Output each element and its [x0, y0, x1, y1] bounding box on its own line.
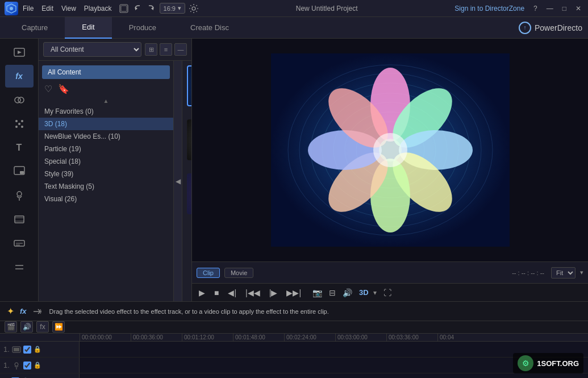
svg-point-13	[15, 126, 18, 128]
tab-produce[interactable]: Produce	[112, 17, 173, 39]
effect-abstractionism[interactable]: Abstractionism	[187, 65, 191, 115]
fit-select[interactable]: Fit	[551, 267, 576, 279]
undo-icon[interactable]	[132, 3, 143, 14]
menu-view[interactable]: View	[61, 5, 76, 13]
effect-thumb-bw	[187, 119, 191, 160]
audio-track-lock[interactable]: 🔒	[34, 362, 41, 369]
close-button[interactable]: ✕	[573, 3, 583, 14]
effect-item-5[interactable]	[187, 173, 191, 216]
list-view-btn[interactable]: ≡	[160, 43, 172, 56]
menu-edit[interactable]: Edit	[41, 5, 53, 13]
svg-point-11	[21, 120, 23, 122]
volume-btn[interactable]: 🔊	[340, 287, 355, 298]
category-newblue[interactable]: NewBlue Video Es... (10)	[39, 130, 173, 143]
ruler-mark-7: 00:04	[437, 334, 489, 341]
snapshot-btn[interactable]: 📷	[310, 287, 324, 298]
sidebar-btn-particles[interactable]	[5, 113, 34, 135]
sidebar-btn-titles[interactable]: T	[5, 136, 34, 159]
category-particle[interactable]: Particle (19)	[39, 143, 173, 155]
menu-file[interactable]: File	[23, 5, 34, 13]
view-options: ⊞ ≡ —	[145, 43, 187, 56]
more-options-btn[interactable]: —	[174, 43, 187, 56]
minimize-button[interactable]: —	[544, 3, 556, 14]
audio-track-visibility[interactable]	[23, 362, 31, 369]
collapse-panel-btn[interactable]: ◀	[173, 61, 182, 301]
video-track-visibility[interactable]	[23, 346, 31, 354]
category-style[interactable]: Style (39)	[39, 168, 173, 180]
play-btn[interactable]: ▶	[197, 287, 207, 298]
bookmark-icon: 🔖	[58, 84, 69, 94]
prev-frame-btn[interactable]: ◀|	[226, 287, 239, 298]
settings-icon[interactable]	[189, 3, 199, 14]
next-frame-btn[interactable]: |▶	[267, 287, 280, 298]
category-visual[interactable]: Visual (26)	[39, 193, 173, 205]
maximize-button[interactable]: □	[560, 3, 569, 14]
trim-btn[interactable]: |◀◀	[243, 287, 262, 298]
sidebar-btn-motion[interactable]	[5, 208, 34, 231]
brand-icon: ↑	[519, 22, 531, 34]
fx-label: fx	[15, 72, 22, 81]
video-track-lock[interactable]: 🔒	[34, 346, 41, 353]
sidebar-btn-chapter[interactable]	[5, 256, 34, 279]
ruler-mark-4: 00:02:24:00	[284, 334, 335, 341]
help-button[interactable]: ?	[531, 3, 540, 14]
menu-playback[interactable]: Playback	[84, 5, 112, 13]
fx-status-icon: fx	[20, 307, 27, 315]
content-filter-dropdown[interactable]: All Content	[43, 42, 141, 57]
sidebar-btn-fx[interactable]: fx	[5, 65, 34, 88]
audio-track-content[interactable]	[80, 358, 588, 373]
category-3d[interactable]: 3D (18)	[39, 118, 173, 130]
main-area: fx T All Content	[0, 39, 588, 301]
effect-bw[interactable]: Black and White	[187, 119, 191, 169]
tab-create-disc[interactable]: Create Disc	[173, 17, 246, 39]
time-display: -- : -- : -- : --	[512, 269, 544, 276]
sidebar-btn-pip[interactable]	[5, 160, 34, 183]
movie-mode-btn[interactable]: Movie	[224, 268, 253, 278]
clip-mode-btn[interactable]: Clip	[197, 268, 220, 278]
scroll-up-arrow[interactable]: ▲	[39, 97, 173, 105]
video-track-content[interactable]	[80, 342, 588, 357]
category-my-favorites[interactable]: My Favorites (0)	[39, 105, 173, 118]
svg-point-14	[21, 126, 23, 128]
preview-panel: Clip Movie -- : -- : -- : -- Fit ▾ ▶ ■ ◀…	[192, 39, 588, 301]
tl-speed-btn[interactable]: ⏩	[52, 321, 65, 333]
grid-view-btn[interactable]: ⊞	[145, 43, 157, 56]
heart-icon: ♡	[44, 84, 52, 94]
svg-point-105	[15, 363, 18, 366]
effect-thumb-abstractionism	[187, 65, 191, 106]
mark-in-btn[interactable]: ⊟	[327, 287, 338, 298]
watermark-icon: ⚙	[518, 355, 533, 371]
fullscreen-btn[interactable]: ⛶	[381, 287, 394, 298]
playback-controls: ▶ ■ ◀| |◀◀ |▶ ▶▶| 📷 ⊟ 🔊 3D ▾ ⛶	[192, 283, 588, 301]
fx-track-content[interactable]	[80, 373, 588, 378]
sidebar-btn-media[interactable]	[5, 41, 34, 64]
stop-btn[interactable]: ■	[212, 287, 221, 298]
redo-icon[interactable]	[146, 3, 156, 14]
sidebar-btn-audio[interactable]	[5, 184, 34, 207]
timeline-tracks: 1. 🔒 1. 🔒 fx 🔒	[0, 342, 588, 378]
tl-audio-track-btn[interactable]: 🔊	[20, 321, 33, 333]
tl-fx-track-btn[interactable]: fx	[36, 321, 49, 333]
skip-forward-btn[interactable]: ▶▶|	[284, 287, 303, 298]
category-text-masking[interactable]: Text Masking (5)	[39, 180, 173, 193]
tab-capture[interactable]: Capture	[5, 17, 65, 39]
brand-name: PowerDirecto	[535, 23, 582, 32]
fx-track-header: fx 🔒	[0, 373, 80, 378]
svg-rect-3	[121, 6, 127, 11]
3d-dropdown-icon[interactable]: ▾	[373, 289, 377, 297]
tab-edit[interactable]: Edit	[65, 17, 111, 39]
sign-in-link[interactable]: Sign in to DirectorZone	[454, 5, 524, 13]
3d-mode-btn[interactable]: 3D	[359, 288, 369, 297]
sidebar-btn-subtitles[interactable]	[5, 232, 34, 255]
all-content-label[interactable]: All Content	[42, 65, 170, 79]
tl-video-track-btn[interactable]: 🎬	[5, 321, 17, 333]
nav-tabs: Capture Edit Produce Create Disc ↑ Power…	[0, 17, 588, 39]
status-bar: ✦ fx Drag the selected video effect to t…	[0, 301, 588, 321]
watermark: ⚙ 1SOFT.ORG	[513, 353, 583, 373]
category-special[interactable]: Special (18)	[39, 155, 173, 168]
svg-point-12	[18, 123, 20, 125]
sidebar-btn-transitions[interactable]	[5, 89, 34, 111]
video-track-header: 1. 🔒	[0, 342, 80, 357]
aspect-ratio-selector[interactable]: 16:9 ▾	[160, 3, 185, 14]
timeline-header: 🎬 🔊 fx ⏩	[0, 321, 588, 334]
